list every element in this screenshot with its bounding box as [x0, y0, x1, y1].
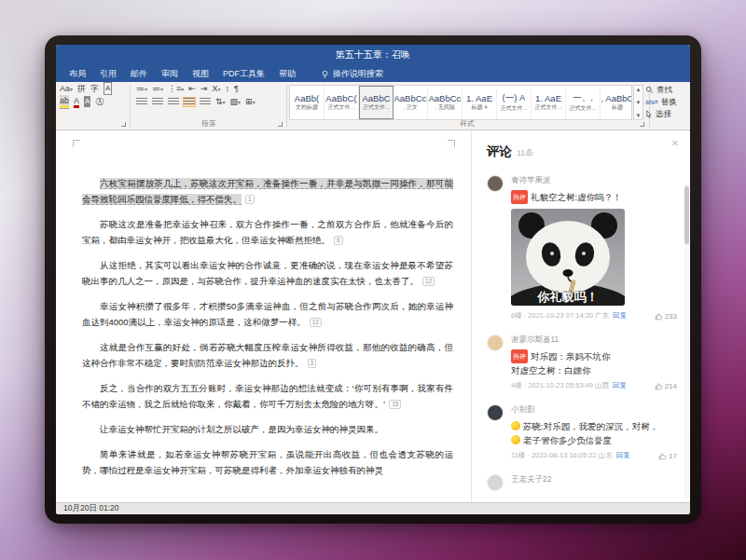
tell-me-search[interactable]: 操作说明搜索 [321, 68, 383, 80]
like-count: 17 [669, 452, 677, 460]
style-gallery-item[interactable]: AaBbC(正式文件... [325, 86, 359, 119]
avatar[interactable] [487, 335, 504, 351]
ribbon-tab-布局[interactable]: 布局 [69, 68, 86, 80]
reply-link[interactable]: 回复 [616, 451, 630, 460]
scrollbar-thumb[interactable] [684, 186, 689, 244]
comment-item: 王老夫子22 [487, 474, 677, 491]
paragraph-comment-count-badge[interactable]: 3 [308, 359, 317, 368]
char-scale-button[interactable]: 字 [90, 83, 99, 94]
text-highlight-button[interactable]: ab [60, 95, 69, 109]
paragraph-comment-count-badge[interactable]: 12 [422, 277, 435, 286]
sort-button[interactable]: ↕ [225, 83, 229, 94]
phonetic-guide-button[interactable]: 拼 [77, 83, 86, 94]
avatar[interactable] [487, 175, 504, 192]
avatar[interactable] [487, 404, 504, 421]
change-case-button[interactable]: Aa▾ [60, 83, 73, 95]
avatar[interactable] [487, 474, 504, 491]
decrease-indent-button[interactable]: ⇤ [188, 83, 196, 94]
character-border-button[interactable]: A [104, 82, 112, 95]
line-spacing-button[interactable]: ⇅▾ [215, 96, 226, 108]
comment-username[interactable]: 小别剧 [511, 404, 677, 416]
comment-floor-time-location: 11楼 · 2022-08-13 16:05:22 山东 [511, 451, 613, 460]
ribbon-tab-引用[interactable]: 引用 [100, 68, 117, 80]
page-corner-mark [73, 140, 80, 147]
gallery-more-icon[interactable]: ▼ [636, 113, 642, 118]
increase-indent-button[interactable]: ⇥ [200, 83, 208, 94]
window-title: 第五十五章：召唤 [336, 48, 410, 61]
ribbon: Aa▾ 拼 字 A ab A A Ⓐ ≔▾ ≕▾ ⋮ [56, 82, 690, 130]
ribbon-tab-PDF工具集[interactable]: PDF工具集 [223, 68, 265, 80]
ribbon-tabs: 布局引用邮件审阅视图PDF工具集帮助 [69, 68, 296, 80]
reply-link[interactable]: 回复 [613, 381, 627, 390]
comment-floor-time-location: 4楼 · 2021-10-23 05:53:49 山西 [511, 381, 609, 390]
like-button[interactable]: 17 [658, 452, 677, 460]
style-gallery-item[interactable]: 1. AaE正式文件... [532, 86, 566, 119]
style-gallery-item[interactable]: 一、,正式文件... [566, 86, 601, 119]
style-gallery-item[interactable]: AaBb(文档标题 [290, 86, 325, 119]
comment-item: 青诗苹果派热评礼貌空之树:虚你吗？！你礼貌吗！6楼 · 2021-10-23 0… [487, 175, 677, 321]
ribbon-tab-审阅[interactable]: 审阅 [161, 68, 178, 80]
distribute-button[interactable] [200, 98, 211, 106]
align-center-button[interactable] [152, 98, 163, 106]
show-hide-marks-button[interactable]: ¶ [234, 83, 239, 94]
numbering-button[interactable]: ≕▾ [152, 83, 163, 95]
ribbon-tab-视图[interactable]: 视图 [192, 68, 209, 80]
style-sample: 1. AaE [535, 93, 561, 103]
style-gallery-item[interactable]: AaBbC正式文件... [359, 86, 394, 119]
like-button[interactable]: 214 [655, 382, 677, 390]
comments-title: 评论 [487, 143, 512, 160]
ribbon-divider [130, 85, 131, 127]
ribbon-tab-帮助[interactable]: 帮助 [279, 68, 296, 80]
gallery-scroll-up-icon[interactable]: ▲ [636, 87, 642, 92]
paragraph-comment-count-badge[interactable]: 15 [389, 400, 401, 409]
reply-link[interactable]: 回复 [613, 311, 627, 321]
taskbar-datetime: 10月20日 01:20 [63, 503, 119, 514]
align-left-button[interactable] [136, 98, 147, 106]
style-name: 标题 [612, 103, 623, 112]
gallery-scroll-down-icon[interactable]: ▼ [636, 100, 642, 105]
comment-username[interactable]: 青诗苹果派 [511, 175, 677, 186]
style-gallery-item[interactable]: AaBbCcD(, 无间隔 [428, 86, 463, 119]
style-gallery-item[interactable]: (一) A正式文件... [497, 86, 532, 119]
borders-button[interactable]: ⊞▾ [245, 96, 256, 108]
enclose-characters-button[interactable]: Ⓐ [95, 96, 104, 107]
paragraph-comment-count-badge[interactable]: 1 [245, 195, 255, 204]
style-gallery-item[interactable]: 1. AaE标题 4 [463, 86, 497, 119]
style-gallery-item[interactable]: , AaBbC标题 [601, 86, 632, 119]
align-right-button[interactable] [168, 98, 179, 106]
comment-meta: 6楼 · 2021-10-23 07:14:20 广东回复233 [511, 311, 677, 321]
panda-meme-image: 你礼貌吗！ [511, 209, 625, 306]
character-shading-button[interactable]: A [84, 96, 90, 107]
close-icon[interactable]: ✕ [669, 137, 682, 150]
style-sample: , AaBbC [601, 93, 632, 103]
comments-scrollbar[interactable] [684, 184, 689, 499]
document-paragraph: 让幸运女神帮忙开宝箱的计划之所以破产，是因为幸运女神的神灵因果。 [82, 421, 453, 437]
like-button[interactable]: 233 [655, 312, 677, 321]
document-paragraph: 简单来讲就是，如若幸运女神帮苏晓开宝箱，虽说能开出高收益，但也会透支苏晓的运势，… [82, 446, 453, 478]
window-titlebar: 第五十五章：召唤 [56, 45, 690, 65]
document-paragraph: 六枚宝箱摆放茶几上，苏晓这次开宝箱，准备操作一番，并非是与凯撒一同操作，那可能会… [82, 175, 453, 207]
justify-button[interactable] [184, 98, 195, 106]
document-area[interactable]: 六枚宝箱摆放茶几上，苏晓这次开宝箱，准备操作一番，并非是与凯撒一同操作，那可能会… [56, 130, 471, 502]
ribbon-tab-邮件[interactable]: 邮件 [131, 68, 147, 80]
comment-image[interactable]: 你礼貌吗！ [511, 209, 625, 306]
multilevel-list-button[interactable]: ⋮≡▾ [168, 83, 184, 95]
paragraph-dialog-launcher[interactable] [278, 122, 283, 127]
font-dialog-launcher[interactable] [121, 122, 126, 127]
comment-username[interactable]: 谢廖尔斯基11 [511, 335, 677, 346]
font-color-button[interactable]: A [74, 95, 79, 108]
bullets-button[interactable]: ≔▾ [136, 83, 147, 95]
shading-button[interactable]: ▨▾ [230, 96, 242, 108]
document-body: 六枚宝箱摆放茶几上，苏晓这次开宝箱，准备操作一番，并非是与凯撒一同操作，那可能会… [82, 175, 453, 502]
find-button[interactable]: 查找 [645, 84, 688, 96]
asian-layout-button[interactable]: X▾ [212, 83, 220, 95]
style-gallery-item[interactable]: AaBbCcD(, 正文 [394, 86, 428, 119]
comment-username[interactable]: 王老夫子22 [511, 474, 677, 485]
ribbon-tab-bar: 布局引用邮件审阅视图PDF工具集帮助 操作说明搜索 [56, 65, 690, 82]
styles-dialog-launcher[interactable] [640, 122, 644, 127]
select-button[interactable]: 选择 [645, 108, 688, 120]
paragraph-comment-count-badge[interactable]: 6 [334, 236, 343, 245]
comment-body: 青诗苹果派热评礼貌空之树:虚你吗？！你礼貌吗！6楼 · 2021-10-23 0… [511, 175, 677, 321]
replace-button[interactable]: ab⇄ 替换 [645, 96, 688, 108]
paragraph-comment-count-badge[interactable]: 12 [310, 318, 322, 327]
